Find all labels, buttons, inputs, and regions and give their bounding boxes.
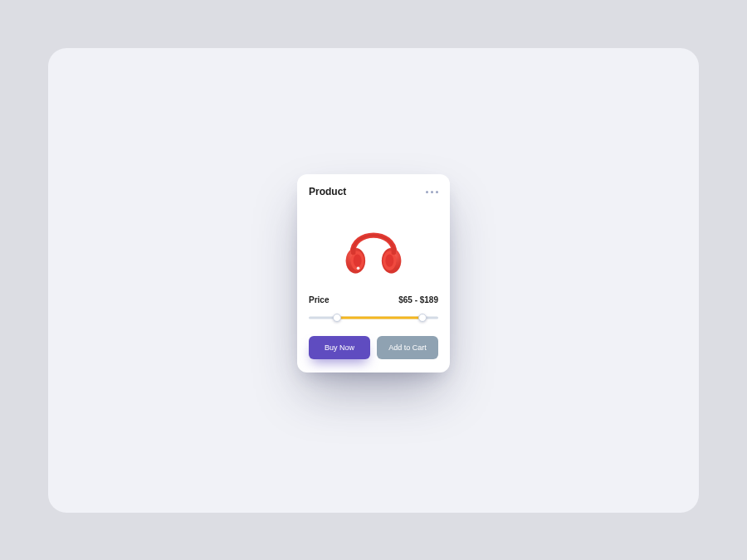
- svg-point-3: [354, 255, 362, 267]
- card-header: Product: [309, 186, 438, 197]
- add-to-cart-button[interactable]: Add to Cart: [377, 336, 438, 359]
- price-range-slider[interactable]: [309, 311, 438, 324]
- svg-point-4: [357, 266, 360, 270]
- card-title: Product: [309, 186, 346, 197]
- svg-rect-9: [351, 247, 355, 255]
- svg-rect-10: [392, 247, 396, 255]
- product-image: [309, 206, 438, 289]
- slider-fill: [337, 317, 422, 319]
- headphones-icon: [336, 210, 411, 285]
- slider-thumb-max[interactable]: [418, 314, 427, 322]
- price-value: $65 - $189: [398, 295, 438, 304]
- button-row: Buy Now Add to Cart: [309, 336, 438, 359]
- price-row: Price $65 - $189: [309, 295, 438, 304]
- svg-point-8: [385, 255, 393, 267]
- slider-thumb-min[interactable]: [333, 314, 341, 322]
- product-card: Product: [297, 174, 450, 373]
- buy-now-button[interactable]: Buy Now: [309, 336, 370, 359]
- canvas-frame: Product: [48, 48, 699, 513]
- more-options-icon[interactable]: [426, 191, 438, 193]
- price-label: Price: [309, 295, 329, 304]
